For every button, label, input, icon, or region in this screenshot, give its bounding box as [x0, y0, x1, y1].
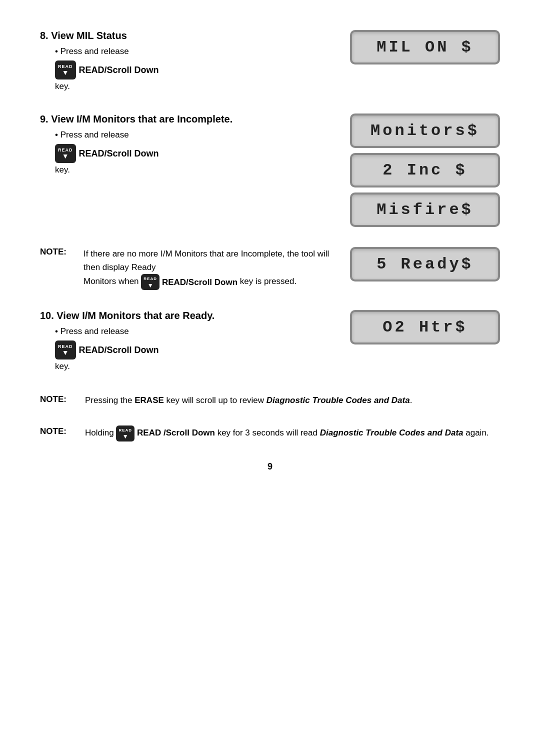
lcd-text-9-1: Monitors$ — [370, 122, 480, 140]
section-10-read-btn: READ ▼ READ/Scroll Down — [55, 340, 310, 360]
page-number: 9 — [40, 462, 500, 472]
note-2-content: Pressing the ERASE key will scroll up to… — [85, 394, 412, 407]
section-9-read-btn: READ ▼ READ/Scroll Down — [55, 144, 310, 163]
note-1-left: NOTE: If there are no more I/M Monitors … — [40, 247, 350, 290]
section-9-left: 9. View I/M Monitors that are Incomplete… — [40, 114, 330, 177]
arrow-down-icon-9: ▼ — [62, 152, 69, 160]
read-scroll-down-icon-9: READ ▼ — [55, 144, 76, 163]
arrow-down-icon-10: ▼ — [62, 349, 69, 356]
section-10-key: key. — [55, 362, 310, 372]
section-8-title: 8. View MIL Status — [40, 30, 310, 42]
read-scroll-down-icon-10: READ ▼ — [55, 340, 76, 360]
section-10: 10. View I/M Monitors that are Ready. Pr… — [40, 310, 500, 374]
section-8-bullet: Press and release — [55, 46, 310, 56]
section-8-read-btn: READ ▼ READ/Scroll Down — [55, 60, 310, 80]
section-9: 9. View I/M Monitors that are Incomplete… — [40, 114, 500, 227]
dtc-italic-note2: Diagnostic Trouble Codes and Data — [266, 396, 410, 405]
note-2: NOTE: Pressing the ERASE key will scroll… — [40, 394, 500, 407]
arrow-down-note3: ▼ — [122, 434, 128, 440]
section-9-displays: Monitors$ 2 Inc $ Misfire$ — [330, 114, 500, 227]
section-10-number: 10. — [40, 310, 56, 321]
read-icon-note1: READ ▼ — [141, 274, 160, 290]
note-1-label: NOTE: — [40, 247, 78, 257]
note-1-section: NOTE: If there are no more I/M Monitors … — [40, 247, 500, 290]
lcd-display-8-1: MIL ON $ — [350, 30, 500, 64]
note-3-label: NOTE: — [40, 426, 85, 436]
section-10-bullet: Press and release — [55, 326, 310, 336]
note-3-content: Holding READ ▼ READ /Scroll Down key for… — [85, 426, 489, 442]
note-1-content: NOTE: If there are no more I/M Monitors … — [40, 247, 330, 290]
section-9-heading: View I/M Monitors that are Incomplete. — [51, 114, 232, 124]
note-1-inline-read: READ ▼ READ/Scroll Down — [141, 274, 238, 290]
note-1-text: If there are no more I/M Monitors that a… — [84, 247, 330, 290]
section-8-key: key. — [55, 82, 310, 92]
lcd-display-10: O2 Htr$ — [350, 310, 500, 344]
lcd-display-note1: 5 Ready$ — [350, 247, 500, 282]
note-3: NOTE: Holding READ ▼ READ /Scroll Down k… — [40, 426, 500, 442]
section-8-number: 8. — [40, 30, 48, 41]
read-icon-text-note1: READ — [144, 276, 157, 282]
lcd-text-note1: 5 Ready$ — [376, 255, 474, 274]
section-8-left: 8. View MIL Status Press and release REA… — [40, 30, 330, 94]
section-10-title: 10. View I/M Monitors that are Ready. — [40, 310, 310, 322]
dtc-italic-note3: Diagnostic Trouble Codes and Data — [320, 428, 464, 438]
read-scroll-down-icon-8: READ ▼ — [55, 60, 76, 80]
note-3-inline-read: READ ▼ READ /Scroll Down — [116, 426, 215, 442]
lcd-display-9-3: Misfire$ — [350, 192, 500, 227]
section-9-title: 9. View I/M Monitors that are Incomplete… — [40, 114, 310, 125]
section-8-displays: MIL ON $ — [330, 30, 500, 64]
section-10-left: 10. View I/M Monitors that are Ready. Pr… — [40, 310, 330, 374]
read-icon-text-note3: READ — [118, 427, 132, 434]
section-9-bullet: Press and release — [55, 130, 310, 140]
section-10-read-label: READ/Scroll Down — [79, 345, 159, 356]
lcd-text-8-1: MIL ON $ — [376, 38, 474, 56]
lcd-display-9-2: 2 Inc $ — [350, 153, 500, 188]
read-icon-note3: READ ▼ — [116, 426, 134, 442]
section-8-read-label: READ/Scroll Down — [79, 65, 159, 76]
note-1-right: 5 Ready$ — [350, 247, 500, 282]
lcd-text-9-2: 2 Inc $ — [382, 161, 467, 180]
section-10-heading: View I/M Monitors that are Ready. — [56, 310, 214, 321]
read-label-note3: READ /Scroll Down — [137, 426, 215, 440]
section-10-displays: O2 Htr$ — [330, 310, 500, 344]
lcd-text-9-3: Misfire$ — [376, 200, 474, 219]
section-9-key: key. — [55, 165, 310, 175]
section-9-read-label: READ/Scroll Down — [79, 148, 159, 159]
note-2-label: NOTE: — [40, 394, 85, 404]
lcd-text-10: O2 Htr$ — [382, 318, 467, 336]
incomplete-text: Incomplete. — [177, 114, 232, 124]
erase-text: ERASE — [134, 396, 164, 405]
arrow-down-icon-8: ▼ — [62, 69, 69, 76]
arrow-down-note1: ▼ — [148, 282, 154, 288]
lcd-display-9-1: Monitors$ — [350, 114, 500, 148]
read-label-note1: READ/Scroll Down — [162, 276, 238, 289]
section-9-number: 9. — [40, 114, 51, 124]
section-8: 8. View MIL Status Press and release REA… — [40, 30, 500, 94]
section-8-heading: View MIL Status — [51, 30, 127, 41]
